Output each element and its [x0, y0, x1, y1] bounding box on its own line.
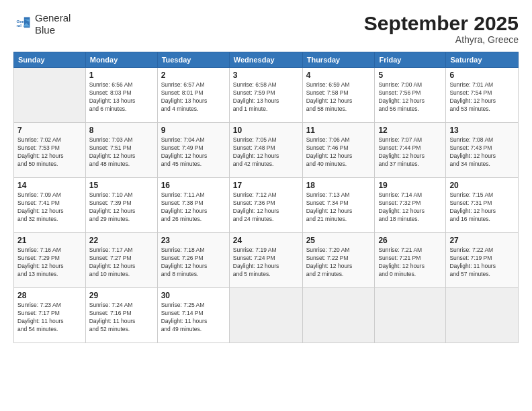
- day-number: 12: [378, 126, 442, 135]
- day-number: 15: [89, 181, 154, 190]
- day-info: Sunrise: 7:08 AM Sunset: 7:43 PM Dayligh…: [449, 136, 515, 169]
- table-cell: 1Sunrise: 6:56 AM Sunset: 8:03 PM Daylig…: [85, 68, 157, 123]
- day-number: 7: [17, 126, 82, 135]
- logo-line2: Blue: [35, 24, 71, 36]
- day-info: Sunrise: 7:03 AM Sunset: 7:51 PM Dayligh…: [89, 136, 154, 169]
- table-cell: 18Sunrise: 7:13 AM Sunset: 7:34 PM Dayli…: [302, 178, 375, 233]
- day-info: Sunrise: 6:59 AM Sunset: 7:58 PM Dayligh…: [306, 81, 371, 113]
- day-number: 6: [449, 71, 515, 80]
- table-cell: 14Sunrise: 7:09 AM Sunset: 7:41 PM Dayli…: [14, 178, 86, 233]
- calendar-row: 14Sunrise: 7:09 AM Sunset: 7:41 PM Dayli…: [14, 178, 519, 233]
- day-info: Sunrise: 7:00 AM Sunset: 7:56 PM Dayligh…: [378, 81, 442, 113]
- day-info: Sunrise: 6:58 AM Sunset: 7:59 PM Dayligh…: [233, 81, 299, 113]
- table-cell: [229, 288, 302, 343]
- table-cell: 8Sunrise: 7:03 AM Sunset: 7:51 PM Daylig…: [85, 123, 157, 178]
- day-info: Sunrise: 7:19 AM Sunset: 7:24 PM Dayligh…: [233, 246, 299, 279]
- day-info: Sunrise: 7:25 AM Sunset: 7:14 PM Dayligh…: [161, 302, 226, 334]
- day-info: Sunrise: 7:12 AM Sunset: 7:36 PM Dayligh…: [233, 191, 299, 224]
- table-cell: 27Sunrise: 7:22 AM Sunset: 7:19 PM Dayli…: [446, 233, 519, 288]
- page: Gene ral General Blue September 2025 Ath…: [0, 0, 532, 411]
- day-number: 23: [161, 236, 226, 245]
- col-saturday: Saturday: [446, 52, 519, 68]
- day-number: 11: [306, 126, 371, 135]
- table-cell: 25Sunrise: 7:20 AM Sunset: 7:22 PM Dayli…: [302, 233, 375, 288]
- logo-icon: Gene ral: [13, 15, 32, 34]
- svg-text:ral: ral: [16, 23, 21, 28]
- day-info: Sunrise: 7:15 AM Sunset: 7:31 PM Dayligh…: [449, 191, 515, 224]
- table-cell: 16Sunrise: 7:11 AM Sunset: 7:38 PM Dayli…: [157, 178, 229, 233]
- day-number: 22: [89, 236, 154, 245]
- table-cell: 12Sunrise: 7:07 AM Sunset: 7:44 PM Dayli…: [375, 123, 446, 178]
- table-cell: 29Sunrise: 7:24 AM Sunset: 7:16 PM Dayli…: [85, 288, 157, 343]
- day-info: Sunrise: 6:57 AM Sunset: 8:01 PM Dayligh…: [161, 81, 226, 113]
- day-number: 21: [17, 236, 82, 245]
- day-number: 5: [378, 71, 442, 80]
- calendar-row: 1Sunrise: 6:56 AM Sunset: 8:03 PM Daylig…: [14, 68, 519, 123]
- day-info: Sunrise: 7:07 AM Sunset: 7:44 PM Dayligh…: [378, 136, 442, 169]
- table-cell: 20Sunrise: 7:15 AM Sunset: 7:31 PM Dayli…: [446, 178, 519, 233]
- day-number: 2: [161, 71, 226, 80]
- day-info: Sunrise: 7:10 AM Sunset: 7:39 PM Dayligh…: [89, 191, 154, 224]
- day-info: Sunrise: 6:56 AM Sunset: 8:03 PM Dayligh…: [89, 81, 154, 113]
- day-number: 10: [233, 126, 299, 135]
- calendar: Sunday Monday Tuesday Wednesday Thursday…: [13, 52, 519, 343]
- calendar-header-row: Sunday Monday Tuesday Wednesday Thursday…: [14, 52, 519, 68]
- day-info: Sunrise: 7:14 AM Sunset: 7:32 PM Dayligh…: [378, 191, 442, 224]
- table-cell: 6Sunrise: 7:01 AM Sunset: 7:54 PM Daylig…: [446, 68, 519, 123]
- table-cell: [375, 288, 446, 343]
- table-cell: 7Sunrise: 7:02 AM Sunset: 7:53 PM Daylig…: [14, 123, 86, 178]
- day-number: 18: [306, 181, 371, 190]
- col-friday: Friday: [375, 52, 446, 68]
- logo-text: General Blue: [35, 12, 71, 36]
- day-info: Sunrise: 7:11 AM Sunset: 7:38 PM Dayligh…: [161, 191, 226, 224]
- day-info: Sunrise: 7:09 AM Sunset: 7:41 PM Dayligh…: [17, 191, 82, 224]
- location: Athyra, Greece: [364, 34, 519, 45]
- table-cell: 13Sunrise: 7:08 AM Sunset: 7:43 PM Dayli…: [446, 123, 519, 178]
- day-number: 28: [17, 291, 82, 300]
- day-info: Sunrise: 7:16 AM Sunset: 7:29 PM Dayligh…: [17, 246, 82, 279]
- day-info: Sunrise: 7:20 AM Sunset: 7:22 PM Dayligh…: [306, 246, 371, 279]
- table-cell: 28Sunrise: 7:23 AM Sunset: 7:17 PM Dayli…: [14, 288, 86, 343]
- table-cell: 4Sunrise: 6:59 AM Sunset: 7:58 PM Daylig…: [302, 68, 375, 123]
- day-info: Sunrise: 7:04 AM Sunset: 7:49 PM Dayligh…: [161, 136, 226, 169]
- day-number: 29: [89, 291, 154, 300]
- col-thursday: Thursday: [302, 52, 375, 68]
- table-cell: [14, 68, 86, 123]
- day-number: 26: [378, 236, 442, 245]
- table-cell: 23Sunrise: 7:18 AM Sunset: 7:26 PM Dayli…: [157, 233, 229, 288]
- table-cell: [302, 288, 375, 343]
- day-number: 20: [449, 181, 515, 190]
- day-number: 30: [161, 291, 226, 300]
- table-cell: 10Sunrise: 7:05 AM Sunset: 7:48 PM Dayli…: [229, 123, 302, 178]
- table-cell: 26Sunrise: 7:21 AM Sunset: 7:21 PM Dayli…: [375, 233, 446, 288]
- table-cell: 5Sunrise: 7:00 AM Sunset: 7:56 PM Daylig…: [375, 68, 446, 123]
- day-info: Sunrise: 7:22 AM Sunset: 7:19 PM Dayligh…: [449, 246, 515, 279]
- day-number: 13: [449, 126, 515, 135]
- day-info: Sunrise: 7:05 AM Sunset: 7:48 PM Dayligh…: [233, 136, 299, 169]
- day-info: Sunrise: 7:06 AM Sunset: 7:46 PM Dayligh…: [306, 136, 371, 169]
- day-info: Sunrise: 7:17 AM Sunset: 7:27 PM Dayligh…: [89, 246, 154, 279]
- table-cell: 21Sunrise: 7:16 AM Sunset: 7:29 PM Dayli…: [14, 233, 86, 288]
- day-info: Sunrise: 7:23 AM Sunset: 7:17 PM Dayligh…: [17, 302, 82, 334]
- day-number: 1: [89, 71, 154, 80]
- day-info: Sunrise: 7:02 AM Sunset: 7:53 PM Dayligh…: [17, 136, 82, 169]
- day-number: 24: [233, 236, 299, 245]
- day-number: 9: [161, 126, 226, 135]
- table-cell: 11Sunrise: 7:06 AM Sunset: 7:46 PM Dayli…: [302, 123, 375, 178]
- col-tuesday: Tuesday: [157, 52, 229, 68]
- table-cell: 3Sunrise: 6:58 AM Sunset: 7:59 PM Daylig…: [229, 68, 302, 123]
- header: Gene ral General Blue September 2025 Ath…: [13, 12, 519, 45]
- table-cell: 15Sunrise: 7:10 AM Sunset: 7:39 PM Dayli…: [85, 178, 157, 233]
- table-cell: 24Sunrise: 7:19 AM Sunset: 7:24 PM Dayli…: [229, 233, 302, 288]
- day-info: Sunrise: 7:21 AM Sunset: 7:21 PM Dayligh…: [378, 246, 442, 279]
- table-cell: 30Sunrise: 7:25 AM Sunset: 7:14 PM Dayli…: [157, 288, 229, 343]
- table-cell: 2Sunrise: 6:57 AM Sunset: 8:01 PM Daylig…: [157, 68, 229, 123]
- day-number: 8: [89, 126, 154, 135]
- month-title: September 2025: [364, 12, 519, 34]
- calendar-row: 21Sunrise: 7:16 AM Sunset: 7:29 PM Dayli…: [14, 233, 519, 288]
- table-cell: 17Sunrise: 7:12 AM Sunset: 7:36 PM Dayli…: [229, 178, 302, 233]
- day-number: 17: [233, 181, 299, 190]
- calendar-row: 28Sunrise: 7:23 AM Sunset: 7:17 PM Dayli…: [14, 288, 519, 343]
- table-cell: 19Sunrise: 7:14 AM Sunset: 7:32 PM Dayli…: [375, 178, 446, 233]
- day-number: 4: [306, 71, 371, 80]
